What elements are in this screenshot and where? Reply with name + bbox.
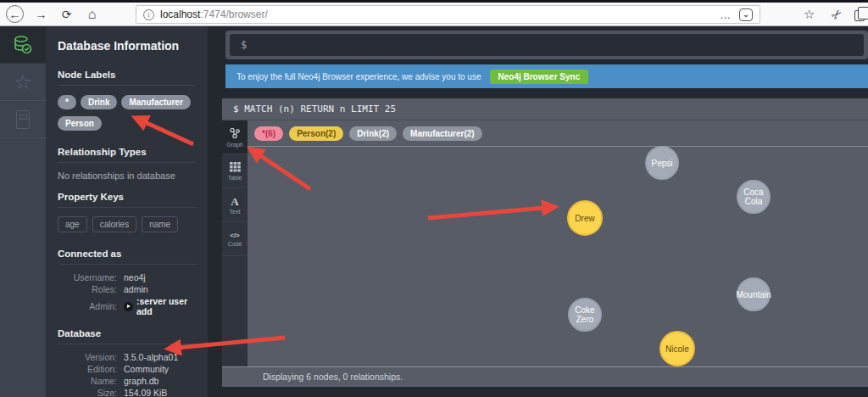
graph-node[interactable]: CocaCola	[737, 180, 771, 214]
graph-canvas[interactable]	[248, 120, 868, 366]
node-labels-list: *DrinkManufacturerPerson	[58, 93, 196, 136]
code-icon: </>	[230, 232, 240, 239]
tab-label: Graph	[226, 142, 242, 148]
text-icon: A	[231, 195, 238, 208]
divider	[58, 207, 196, 208]
browser-chrome: ← → ⟳ ⌂ i localhost:7474/browser/ … ⌄ ☆ …	[0, 0, 868, 26]
panel-title: Database Information	[58, 39, 196, 53]
result-pill[interactable]: *(6)	[254, 126, 283, 141]
frame-query-header[interactable]: $ MATCH (n) RETURN n LIMIT 25	[222, 98, 868, 120]
text-icon: A	[231, 196, 238, 207]
pocket-icon[interactable]: ⌄	[739, 8, 753, 21]
bookmark-star-icon[interactable]: ☆	[804, 7, 815, 22]
info-row: Admin::server user add	[58, 296, 196, 318]
info-row: Version:3.5.0-alpha01	[58, 352, 196, 363]
tab-graph[interactable]: Graph	[222, 120, 248, 154]
node-label-text: Cola	[745, 197, 763, 206]
connected-as-heading: Connected as	[58, 249, 196, 259]
sync-banner: To enjoy the full Neo4j Browser experien…	[225, 64, 868, 88]
database-drawer-button[interactable]	[0, 26, 46, 64]
property-key-chip[interactable]: calories	[92, 216, 136, 232]
graph-top-divider	[248, 146, 868, 147]
documents-drawer-button[interactable]	[0, 101, 46, 138]
info-row: Edition:Community	[58, 364, 196, 375]
database-info-panel: Database Information Node Labels *DrinkM…	[46, 26, 208, 397]
tab-label: Table	[228, 175, 242, 181]
graph-node[interactable]: Mountain	[737, 277, 771, 311]
info-row: Roles:admin	[58, 284, 196, 295]
table-icon	[230, 162, 241, 173]
info-key: Roles:	[58, 284, 117, 295]
favorites-drawer-button[interactable]: ☆	[0, 64, 46, 101]
node-label-pill[interactable]: Person	[58, 116, 102, 131]
copy-pages-icon[interactable]	[854, 10, 865, 21]
url-bar[interactable]: i localhost:7474/browser/ … ⌄	[136, 5, 760, 24]
divider	[58, 344, 196, 344]
sidebar-rail: ☆	[0, 26, 46, 397]
tab-table[interactable]: Table	[222, 154, 248, 188]
info-key: Edition:	[58, 364, 117, 375]
graph-node[interactable]: Nicole	[659, 331, 695, 366]
info-key: Username:	[58, 272, 117, 283]
graph-icon	[229, 127, 241, 140]
database-rows: Version:3.5.0-alpha01Edition:CommunityNa…	[58, 352, 196, 397]
result-view-tabs: GraphTableAText</>Code	[222, 120, 248, 366]
tab-code[interactable]: </>Code	[222, 222, 248, 256]
document-icon	[16, 110, 30, 129]
result-pill[interactable]: Drink(2)	[349, 126, 397, 141]
node-label-text: Drew	[575, 214, 594, 223]
property-key-chip[interactable]: age	[58, 216, 87, 232]
node-label-text: Nicole	[665, 344, 689, 354]
forward-icon[interactable]: →	[32, 5, 50, 23]
node-label-pill[interactable]: Manufacturer	[121, 95, 190, 109]
command-chip[interactable]: :server user add	[124, 296, 196, 318]
reload-icon[interactable]: ⟳	[58, 5, 75, 23]
info-key: Name:	[58, 376, 117, 387]
info-row: Username:neo4j	[58, 272, 196, 283]
info-value: 3.5.0-alpha01	[124, 352, 178, 363]
divider	[58, 162, 196, 163]
tab-label: Code	[228, 241, 242, 247]
home-icon[interactable]: ⌂	[83, 5, 101, 23]
info-key: Version:	[58, 352, 117, 363]
url-text: localhost:7474/browser/	[160, 8, 268, 20]
site-info-icon[interactable]: i	[143, 9, 154, 20]
info-value: admin	[124, 284, 148, 295]
no-relationships-text: No relationships in database	[58, 171, 196, 181]
query-input[interactable]: $	[230, 34, 864, 56]
property-keys-heading: Property Keys	[58, 192, 196, 202]
scissors-icon[interactable]: ✂	[827, 5, 846, 24]
divider	[58, 85, 196, 86]
info-value: graph.db	[124, 376, 159, 387]
node-label-pill[interactable]: *	[58, 95, 76, 109]
database-icon	[12, 34, 34, 56]
info-row: Size:154.09 KiB	[58, 388, 196, 397]
info-key: Size:	[58, 388, 117, 397]
sync-banner-text: To enjoy the full Neo4j Browser experien…	[236, 72, 481, 81]
info-row: Name:graph.db	[58, 376, 196, 387]
graph-node[interactable]: Pepsi	[645, 146, 679, 180]
tab-label: Text	[230, 209, 241, 215]
node-labels-heading: Node Labels	[58, 70, 196, 80]
graph-node[interactable]: Drew	[567, 200, 603, 236]
relationship-types-heading: Relationship Types	[58, 147, 196, 157]
browser-sync-button[interactable]: Neo4j Browser Sync	[490, 70, 589, 84]
info-value: neo4j	[124, 272, 146, 283]
node-label-text: Pepsi	[651, 159, 672, 168]
tab-text[interactable]: AText	[222, 188, 248, 222]
result-label-pills: *(6)Person(2)Drink(2)Manufacturer(2)	[254, 126, 482, 141]
result-pill[interactable]: Person(2)	[289, 126, 343, 141]
query-editor: $	[225, 31, 868, 59]
node-label-pill[interactable]: Drink	[81, 95, 118, 109]
info-value: Community	[124, 364, 169, 375]
code-icon: </>	[230, 232, 240, 239]
star-icon: ☆	[14, 72, 32, 92]
connected-as-rows: Username:neo4jRoles:adminAdmin::server u…	[58, 272, 196, 317]
info-key: Admin:	[58, 301, 117, 312]
back-icon[interactable]: ←	[6, 5, 24, 23]
property-key-chip[interactable]: name	[142, 216, 178, 232]
page-actions-icon[interactable]: …	[720, 8, 732, 21]
node-label-text: Coca	[743, 187, 763, 197]
graph-node[interactable]: CokeZero	[568, 298, 602, 332]
result-pill[interactable]: Manufacturer(2)	[403, 126, 482, 141]
